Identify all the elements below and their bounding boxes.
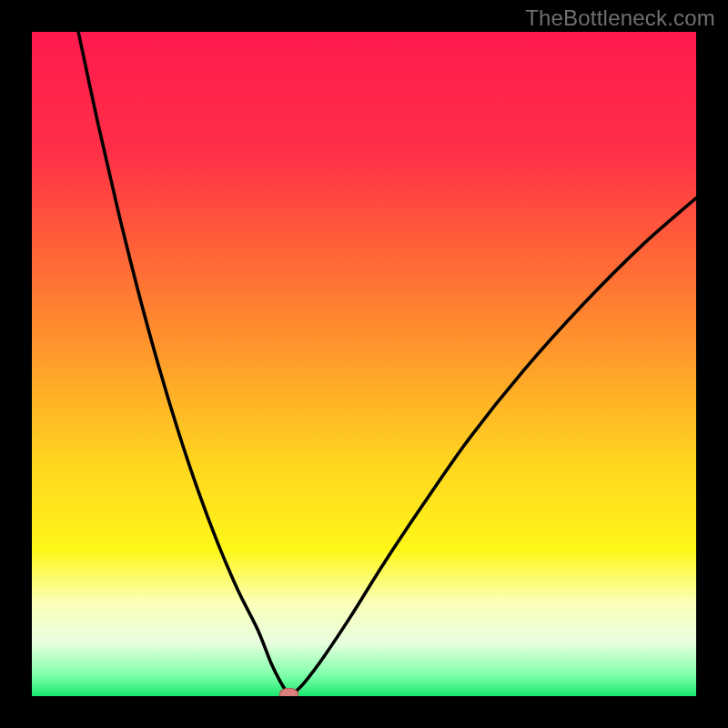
min-marker bbox=[279, 688, 298, 696]
watermark-text: TheBottleneck.com bbox=[525, 5, 715, 31]
chart-frame bbox=[32, 32, 696, 696]
bottleneck-plot bbox=[32, 32, 696, 696]
